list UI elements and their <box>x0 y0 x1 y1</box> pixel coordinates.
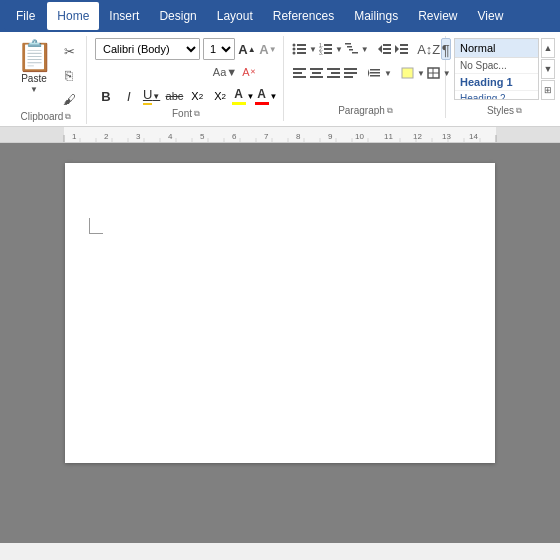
menu-file[interactable]: File <box>4 2 47 30</box>
svg-rect-22 <box>400 48 408 50</box>
svg-marker-20 <box>395 45 399 53</box>
svg-rect-26 <box>293 76 306 78</box>
increase-indent-button[interactable] <box>394 38 410 60</box>
svg-rect-28 <box>312 72 321 74</box>
svg-rect-33 <box>344 68 357 70</box>
styles-scroll-down[interactable]: ▼ <box>541 59 555 79</box>
svg-rect-23 <box>400 52 408 54</box>
svg-rect-14 <box>349 49 353 51</box>
align-right-button[interactable] <box>326 62 342 84</box>
font-dialog-launcher[interactable]: ⧉ <box>194 109 200 119</box>
svg-text:7: 7 <box>264 132 269 141</box>
align-left-button[interactable] <box>292 62 308 84</box>
change-case-button[interactable]: Aa▼ <box>212 62 238 82</box>
styles-navigation: ▲ ▼ ⊞ <box>541 38 555 100</box>
paste-icon: 📋 <box>16 41 53 71</box>
svg-text:3.: 3. <box>319 50 323 56</box>
styles-list: Normal No Spac... Heading 1 Heading 2 <box>454 38 539 100</box>
svg-point-2 <box>293 48 296 51</box>
document-area[interactable] <box>0 143 560 543</box>
svg-rect-29 <box>310 76 323 78</box>
svg-text:11: 11 <box>384 132 393 141</box>
format-painter-button[interactable]: 🖌 <box>58 88 80 110</box>
text-highlight-button[interactable]: A ▼ <box>232 85 254 107</box>
menu-view[interactable]: View <box>468 2 514 30</box>
svg-text:10: 10 <box>355 132 364 141</box>
svg-rect-25 <box>293 72 302 74</box>
styles-scroll-up[interactable]: ▲ <box>541 38 555 58</box>
svg-rect-17 <box>383 44 391 46</box>
clipboard-group: 📋 Paste ▼ ✂ ⎘ 🖌 Clipboard ⧉ <box>6 36 87 124</box>
svg-text:5: 5 <box>200 132 205 141</box>
sort-button[interactable]: A↕Z <box>418 38 440 60</box>
paragraph-dialog-launcher[interactable]: ⧉ <box>387 106 393 116</box>
svg-text:6: 6 <box>232 132 237 141</box>
shading-button[interactable] <box>400 62 416 84</box>
menu-insert[interactable]: Insert <box>99 2 149 30</box>
svg-marker-39 <box>368 69 370 77</box>
superscript-button[interactable]: X2 <box>209 85 231 107</box>
svg-rect-19 <box>383 52 391 54</box>
style-heading2[interactable]: Heading 2 <box>455 91 538 100</box>
menu-layout[interactable]: Layout <box>207 2 263 30</box>
svg-rect-21 <box>400 44 408 46</box>
svg-text:1: 1 <box>72 132 77 141</box>
svg-marker-16 <box>378 45 382 53</box>
style-normal[interactable]: Normal <box>455 39 538 58</box>
font-group: Calibri (Body) 11 A▲ A▼ Aa▼ A✕ B I <box>89 36 284 121</box>
svg-text:3: 3 <box>136 132 141 141</box>
paragraph-group-label: Paragraph ⧉ <box>286 105 445 116</box>
cut-button[interactable]: ✂ <box>58 40 80 62</box>
font-size-select[interactable]: 11 <box>203 38 235 60</box>
menu-review[interactable]: Review <box>408 2 467 30</box>
svg-rect-24 <box>293 68 306 70</box>
bold-button[interactable]: B <box>95 85 117 107</box>
line-spacing-button[interactable] <box>367 62 383 84</box>
clipboard-actions: ✂ ⎘ 🖌 <box>58 38 80 110</box>
svg-text:14: 14 <box>469 132 478 141</box>
font-family-select[interactable]: Calibri (Body) <box>95 38 200 60</box>
font-color-button[interactable]: A ▼ <box>255 85 277 107</box>
svg-rect-27 <box>310 68 323 70</box>
justify-button[interactable] <box>343 62 359 84</box>
svg-rect-5 <box>297 52 306 54</box>
svg-rect-1 <box>297 44 306 46</box>
menu-references[interactable]: References <box>263 2 344 30</box>
copy-button[interactable]: ⎘ <box>58 64 80 86</box>
font-shrink-button[interactable]: A▼ <box>259 39 277 59</box>
font-grow-button[interactable]: A▲ <box>238 39 256 59</box>
style-heading1[interactable]: Heading 1 <box>455 74 538 91</box>
bullets-button[interactable] <box>292 38 308 60</box>
font-group-label: Font ⧉ <box>89 108 283 119</box>
ruler[interactable]: 1 2 3 4 5 6 7 8 9 10 11 12 13 14 <box>0 127 560 143</box>
multilevel-list-button[interactable] <box>344 38 360 60</box>
decrease-indent-button[interactable] <box>377 38 393 60</box>
menu-home[interactable]: Home <box>47 2 99 30</box>
svg-text:2: 2 <box>104 132 109 141</box>
align-center-button[interactable] <box>309 62 325 84</box>
underline-button[interactable]: U ▼ <box>141 85 163 107</box>
svg-text:9: 9 <box>328 132 333 141</box>
clipboard-dialog-launcher[interactable]: ⧉ <box>65 112 71 122</box>
subscript-button[interactable]: X2 <box>186 85 208 107</box>
svg-text:8: 8 <box>296 132 301 141</box>
italic-button[interactable]: I <box>118 85 140 107</box>
svg-rect-13 <box>347 46 352 48</box>
numbering-button[interactable]: 1.2.3. <box>318 38 334 60</box>
paste-button[interactable]: 📋 Paste ▼ <box>12 38 56 96</box>
style-no-spacing[interactable]: No Spac... <box>455 58 538 74</box>
svg-text:13: 13 <box>442 132 451 141</box>
ribbon: 📋 Paste ▼ ✂ ⎘ 🖌 Clipboard ⧉ Calibri (Bod… <box>0 32 560 127</box>
svg-rect-34 <box>344 72 357 74</box>
clear-format-button[interactable]: A✕ <box>240 62 258 82</box>
styles-expand[interactable]: ⊞ <box>541 80 555 100</box>
menu-design[interactable]: Design <box>149 2 206 30</box>
styles-group-label: Styles ⧉ <box>448 105 560 116</box>
borders-button[interactable] <box>426 62 442 84</box>
styles-group: Normal No Spac... Heading 1 Heading 2 ▲ … <box>448 36 560 118</box>
styles-dialog-launcher[interactable]: ⧉ <box>516 106 522 116</box>
document-page[interactable] <box>65 163 495 463</box>
menu-mailings[interactable]: Mailings <box>344 2 408 30</box>
svg-rect-15 <box>352 52 358 54</box>
strikethrough-button[interactable]: abc <box>163 85 185 107</box>
